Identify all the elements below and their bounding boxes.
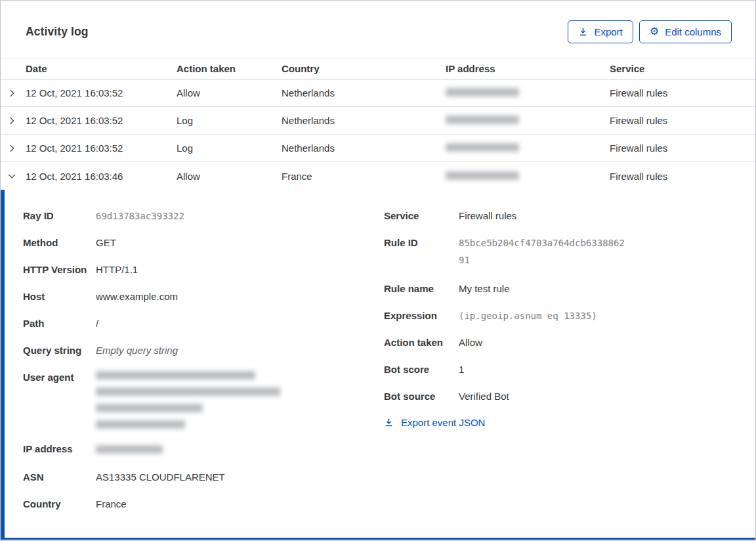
cell-date: 12 Oct, 2021 16:03:52 bbox=[26, 87, 177, 98]
chevron-down-icon bbox=[1, 171, 26, 181]
cell-service: Firewall rules bbox=[610, 115, 755, 126]
field-value: Verified Bot bbox=[459, 390, 736, 403]
redacted-line bbox=[96, 404, 203, 412]
field-value: France bbox=[96, 498, 384, 511]
redacted-ip bbox=[446, 143, 519, 152]
redacted-ip bbox=[446, 171, 519, 180]
detail-left-column: Ray ID 69d13783ac393322 Method GET HTTP … bbox=[23, 209, 384, 538]
field-user-agent: User agent bbox=[23, 371, 384, 429]
table-row[interactable]: 12 Oct, 2021 16:03:52 Log Netherlands Fi… bbox=[1, 135, 755, 162]
topbar: Activity log Export ⚙ Edit columns bbox=[1, 1, 755, 44]
field-bot-source: Bot source Verified Bot bbox=[384, 390, 736, 403]
cell-ip-address bbox=[446, 142, 610, 154]
column-header-service: Service bbox=[610, 63, 755, 74]
download-icon bbox=[384, 418, 394, 427]
field-value: 1 bbox=[459, 363, 736, 376]
field-value: 85bce5b204cf4703a764dcb633886291 bbox=[459, 234, 627, 269]
field-query-string: Query string Empty query string bbox=[23, 344, 384, 357]
cell-ip-address bbox=[446, 87, 610, 98]
chevron-right-icon bbox=[1, 116, 26, 125]
activity-log-page: Activity log Export ⚙ Edit columns Date … bbox=[0, 0, 756, 541]
field-country: Country France bbox=[23, 498, 384, 511]
edit-columns-button-label: Edit columns bbox=[665, 26, 721, 37]
field-rule-id: Rule ID 85bce5b204cf4703a764dcb633886291 bbox=[384, 236, 736, 269]
cell-country: France bbox=[282, 171, 446, 182]
cell-action-taken: Log bbox=[177, 115, 282, 126]
detail-right-column: Service Firewall rules Rule ID 85bce5b20… bbox=[384, 209, 736, 538]
activity-table: Date Action taken Country IP address Ser… bbox=[1, 58, 755, 190]
cell-country: Netherlands bbox=[282, 115, 446, 126]
cell-service: Firewall rules bbox=[610, 142, 755, 154]
redacted-line bbox=[96, 371, 255, 379]
field-expression: Expression (ip.geoip.asnum eq 13335) bbox=[384, 309, 736, 322]
field-bot-score: Bot score 1 bbox=[384, 363, 736, 376]
field-value: www.example.com bbox=[96, 290, 384, 303]
redacted-ip bbox=[96, 445, 163, 454]
cell-ip-address bbox=[446, 115, 610, 126]
field-value: Firewall rules bbox=[459, 209, 736, 223]
field-http-version: HTTP Version HTTP/1.1 bbox=[23, 263, 384, 276]
export-event-json-label: Export event JSON bbox=[401, 417, 485, 428]
redacted-ip bbox=[446, 116, 519, 124]
page-title: Activity log bbox=[26, 25, 89, 39]
field-value: 69d13783ac393322 bbox=[96, 209, 384, 223]
chevron-right-icon bbox=[1, 89, 26, 98]
cell-date: 12 Oct, 2021 16:03:52 bbox=[26, 115, 177, 126]
field-asn: ASN AS13335 CLOUDFLARENET bbox=[23, 471, 384, 484]
column-header-country: Country bbox=[282, 63, 446, 74]
export-button[interactable]: Export bbox=[568, 20, 633, 43]
column-header-date: Date bbox=[26, 63, 177, 74]
table-row[interactable]: 12 Oct, 2021 16:03:52 Allow Netherlands … bbox=[1, 79, 755, 107]
field-value: Empty query string bbox=[96, 344, 384, 357]
field-service: Service Firewall rules bbox=[384, 209, 736, 223]
field-value: GET bbox=[96, 236, 384, 249]
field-value: / bbox=[96, 317, 384, 330]
cell-service: Firewall rules bbox=[610, 87, 755, 98]
column-header-action-taken: Action taken bbox=[177, 63, 282, 74]
field-value: AS13335 CLOUDFLARENET bbox=[96, 471, 384, 484]
cell-service: Firewall rules bbox=[610, 171, 755, 182]
export-button-label: Export bbox=[594, 26, 622, 37]
field-ip-address: IP address bbox=[23, 443, 384, 457]
cell-ip-address bbox=[446, 171, 610, 182]
edit-columns-button[interactable]: ⚙ Edit columns bbox=[639, 20, 732, 43]
field-rule-name: Rule name My test rule bbox=[384, 282, 736, 295]
field-method: Method GET bbox=[23, 236, 384, 249]
cell-country: Netherlands bbox=[282, 87, 446, 98]
redacted-user-agent bbox=[96, 371, 384, 429]
redacted-ip bbox=[446, 88, 519, 97]
field-action-taken: Action taken Allow bbox=[384, 336, 736, 349]
event-detail-panel: Ray ID 69d13783ac393322 Method GET HTTP … bbox=[1, 190, 755, 540]
field-value: HTTP/1.1 bbox=[96, 263, 384, 276]
field-host: Host www.example.com bbox=[23, 290, 384, 303]
cell-action-taken: Log bbox=[177, 142, 282, 154]
gear-icon: ⚙ bbox=[650, 26, 659, 37]
cell-action-taken: Allow bbox=[177, 171, 282, 182]
field-value: My test rule bbox=[459, 282, 736, 295]
redacted-line bbox=[96, 387, 280, 396]
cell-date: 12 Oct, 2021 16:03:52 bbox=[26, 142, 177, 154]
field-value: Allow bbox=[459, 336, 736, 349]
toolbar-actions: Export ⚙ Edit columns bbox=[568, 20, 732, 43]
field-value: (ip.geoip.asnum eq 13335) bbox=[459, 309, 736, 322]
table-header-row: Date Action taken Country IP address Ser… bbox=[1, 58, 755, 79]
cell-date: 12 Oct, 2021 16:03:46 bbox=[26, 171, 177, 182]
field-path: Path / bbox=[23, 317, 384, 330]
table-row-expanded[interactable]: 12 Oct, 2021 16:03:46 Allow France Firew… bbox=[1, 162, 755, 190]
chevron-right-icon bbox=[1, 144, 26, 153]
field-ray-id: Ray ID 69d13783ac393322 bbox=[23, 209, 384, 223]
cell-action-taken: Allow bbox=[177, 87, 282, 98]
cell-country: Netherlands bbox=[282, 142, 446, 154]
redacted-line bbox=[96, 420, 185, 429]
download-icon bbox=[578, 27, 588, 37]
column-header-ip-address: IP address bbox=[446, 63, 610, 74]
table-row[interactable]: 12 Oct, 2021 16:03:52 Log Netherlands Fi… bbox=[1, 107, 755, 135]
export-event-json-link[interactable]: Export event JSON bbox=[384, 417, 485, 428]
